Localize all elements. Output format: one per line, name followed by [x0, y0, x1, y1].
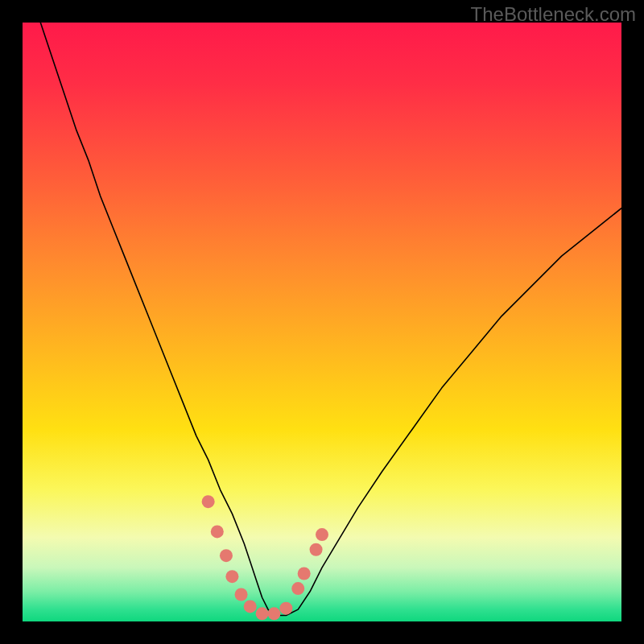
chart-container: TheBottleneck.com — [0, 0, 644, 644]
curve-marker — [244, 600, 257, 613]
curve-marker — [310, 543, 323, 556]
curve-marker — [291, 582, 304, 595]
curve-marker — [316, 528, 328, 541]
curve-marker — [220, 549, 233, 562]
curve-marker — [211, 525, 224, 538]
curve-marker — [256, 607, 269, 620]
chart-svg — [23, 23, 621, 621]
curve-marker — [279, 602, 292, 615]
curve-marker — [298, 567, 311, 580]
curve-marker — [202, 495, 215, 508]
curve-marker — [267, 607, 280, 620]
plot-area — [23, 23, 621, 621]
curve-marker — [235, 588, 248, 601]
watermark-text: TheBottleneck.com — [471, 3, 636, 26]
curve-marker — [225, 570, 238, 583]
